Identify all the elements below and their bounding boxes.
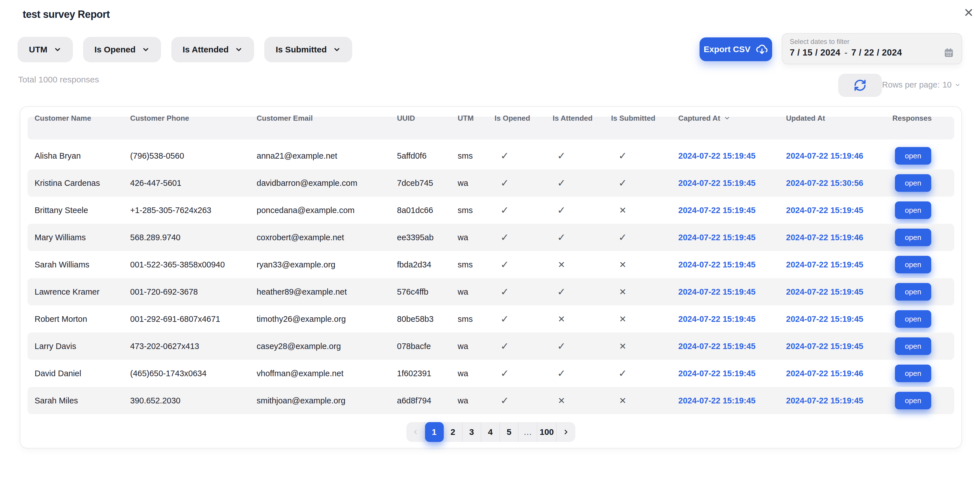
pagination-page-3[interactable]: 3: [463, 422, 481, 442]
open-response-button[interactable]: open: [895, 310, 931, 328]
table-row: Sarah Miles 390.652.2030 smithjoan@examp…: [21, 387, 961, 414]
updated-at-cell: 2024-07-22 15:19:46: [786, 233, 863, 242]
open-response-button[interactable]: open: [895, 228, 931, 246]
customer-name-cell: Kristina Cardenas: [35, 179, 100, 188]
customer-phone-cell: 568.289.9740: [130, 233, 180, 242]
customer-phone-cell: (465)650-1743x0634: [130, 369, 207, 378]
results-table-card: Customer Name Customer Phone Customer Em…: [20, 106, 962, 449]
customer-email-cell: poncedana@example.com: [257, 206, 355, 215]
customer-email-cell: vhoffman@example.net: [257, 369, 344, 378]
customer-email-cell: casey28@example.org: [257, 342, 341, 351]
is-attended-mark: ✓: [557, 150, 565, 162]
pagination-page-1[interactable]: 1: [425, 422, 444, 442]
refresh-button[interactable]: [838, 74, 882, 97]
table-row: Alisha Bryan (796)538-0560 anna21@exampl…: [21, 142, 961, 170]
column-header-customer-name: Customer Name: [35, 107, 91, 130]
is-attended-filter-dropdown[interactable]: Is Attended: [171, 37, 254, 62]
column-header-uuid: UUID: [397, 107, 415, 130]
date-range-filter[interactable]: Select dates to filter 7 / 15 / 2024 - 7…: [782, 33, 962, 64]
customer-email-cell: davidbarron@example.com: [257, 179, 357, 188]
pagination-page-2[interactable]: 2: [444, 422, 463, 442]
open-response-button[interactable]: open: [895, 256, 931, 273]
export-csv-button[interactable]: Export CSV: [700, 37, 772, 61]
pagination-page-100[interactable]: 100: [537, 422, 557, 442]
customer-email-cell: anna21@example.net: [257, 151, 337, 161]
customer-phone-cell: (796)538-0560: [130, 151, 184, 161]
is-submitted-filter-dropdown[interactable]: Is Submitted: [264, 37, 352, 62]
is-submitted-mark: ✕: [619, 287, 627, 297]
customer-phone-cell: +1-285-305-7624x263: [130, 206, 211, 215]
captured-at-cell: 2024-07-22 15:19:45: [678, 342, 756, 351]
is-submitted-mark: ✓: [619, 232, 627, 243]
customer-phone-cell: 001-292-691-6807x4671: [130, 314, 220, 324]
close-icon: [963, 7, 974, 18]
is-submitted-mark: ✕: [619, 314, 627, 324]
open-response-button[interactable]: open: [895, 392, 931, 409]
pagination-next-button[interactable]: [557, 422, 575, 442]
updated-at-cell: 2024-07-22 15:19:45: [786, 206, 863, 215]
open-response-button[interactable]: open: [895, 338, 931, 355]
close-button[interactable]: [962, 6, 975, 19]
is-attended-mark: ✓: [557, 232, 565, 243]
pagination-prev-button[interactable]: [406, 422, 425, 442]
captured-at-cell: 2024-07-22 15:19:45: [678, 206, 756, 215]
filter-bar: UTM Is Opened Is Attended Is Submitted: [18, 37, 352, 62]
uuid-cell: 576c4ffb: [397, 287, 428, 296]
calendar-icon[interactable]: [943, 47, 954, 58]
open-response-button[interactable]: open: [895, 174, 931, 192]
column-header-captured-at[interactable]: Captured At: [678, 107, 730, 130]
utm-filter-dropdown[interactable]: UTM: [18, 37, 73, 62]
rows-per-page-select[interactable]: Rows per page: 10: [882, 80, 961, 90]
is-attended-mark: ✓: [557, 368, 565, 379]
captured-at-cell: 2024-07-22 15:19:45: [678, 287, 756, 296]
is-opened-mark: ✓: [501, 178, 509, 189]
date-range-start: 7 / 15 / 2024: [790, 48, 840, 58]
is-opened-filter-dropdown[interactable]: Is Opened: [83, 37, 161, 62]
pagination-page-4[interactable]: 4: [481, 422, 500, 442]
column-header-customer-email: Customer Email: [257, 107, 313, 130]
is-attended-mark: ✓: [557, 341, 565, 352]
is-submitted-mark: ✕: [619, 341, 627, 352]
is-opened-mark: ✓: [501, 286, 509, 298]
uuid-cell: ee3395ab: [397, 233, 434, 242]
rows-per-page-label: Rows per page:: [882, 80, 940, 90]
is-attended-mark: ✕: [558, 395, 565, 406]
date-range-label: Select dates to filter: [790, 38, 954, 46]
chevron-right-icon: [562, 428, 570, 436]
is-attended-filter-label: Is Attended: [183, 45, 229, 54]
is-attended-mark: ✕: [558, 260, 565, 270]
uuid-cell: 7dceb745: [397, 179, 433, 188]
is-attended-mark: ✕: [558, 314, 565, 324]
customer-name-cell: Larry Davis: [35, 342, 76, 351]
utm-cell: wa: [458, 287, 468, 296]
customer-name-cell: Robert Morton: [35, 314, 87, 324]
customer-email-cell: timothy26@example.org: [257, 314, 346, 324]
table-row: Lawrence Kramer 001-720-692-3678 heather…: [21, 278, 961, 305]
customer-name-cell: David Daniel: [35, 369, 81, 378]
open-response-button[interactable]: open: [895, 365, 931, 382]
updated-at-cell: 2024-07-22 15:19:45: [786, 314, 863, 324]
open-response-button[interactable]: open: [895, 147, 931, 165]
pagination-page-5[interactable]: 5: [500, 422, 519, 442]
is-opened-mark: ✓: [501, 150, 509, 162]
column-header-updated-at: Updated At: [786, 107, 825, 130]
chevron-down-icon: [54, 46, 62, 54]
uuid-cell: fbda2d34: [397, 260, 431, 269]
open-response-button[interactable]: open: [895, 201, 931, 219]
customer-name-cell: Sarah Miles: [35, 396, 78, 406]
customer-phone-cell: 001-720-692-3678: [130, 287, 198, 296]
customer-phone-cell: 473-202-0627x413: [130, 342, 199, 351]
column-header-responses: Responses: [892, 107, 932, 130]
pagination-ellipsis[interactable]: …: [519, 422, 537, 442]
is-attended-mark: ✓: [557, 178, 565, 189]
column-header-is-submitted: Is Submitted: [611, 107, 655, 130]
customer-email-cell: heather89@example.net: [257, 287, 347, 296]
customer-name-cell: Alisha Bryan: [35, 151, 81, 161]
open-response-button[interactable]: open: [895, 283, 931, 301]
table-row: Brittany Steele +1-285-305-7624x263 ponc…: [21, 197, 961, 224]
total-responses-text: Total 1000 responses: [18, 75, 99, 84]
customer-phone-cell: 390.652.2030: [130, 396, 180, 406]
sort-chevron-down-icon: [724, 115, 730, 122]
chevron-down-icon: [333, 46, 341, 54]
is-submitted-mark: ✕: [619, 260, 627, 270]
